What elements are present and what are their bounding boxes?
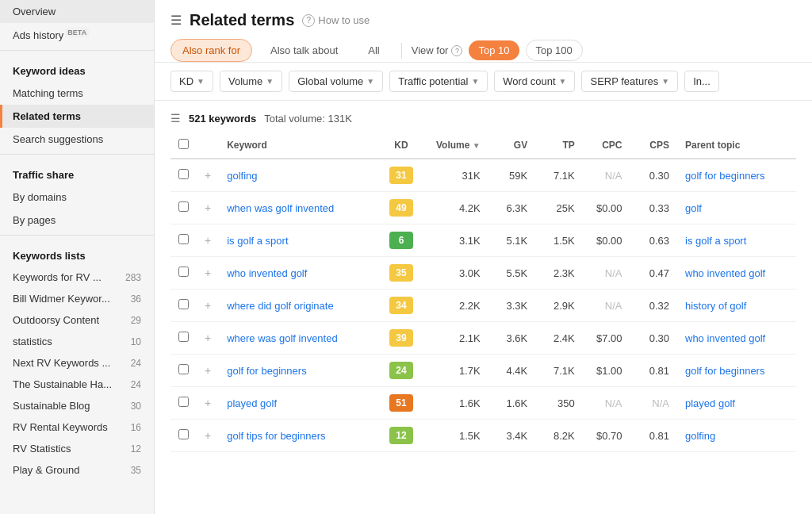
sidebar-kw-list-kw-play-ground[interactable]: Play & Ground35 [0,459,154,481]
keyword-link-4[interactable]: where did golf originate [227,300,333,312]
cpc-value: $1.00 [596,365,622,377]
header: ☰ Related terms ? How to use Also rank f… [155,0,812,63]
sidebar-kw-list-kw-stats[interactable]: statistics10 [0,331,154,352]
keyword-link-6[interactable]: golf for beginners [227,365,306,377]
row-checkbox-4[interactable] [178,299,189,309]
tp-cell-2: 1.5K [535,224,583,257]
sidebar-item-search-suggestions[interactable]: Search suggestions [0,128,154,151]
add-keyword-btn-0[interactable]: + [205,169,211,182]
parent-topic-link-4[interactable]: history of golf [685,300,746,312]
cps-value: 0.33 [649,202,669,214]
tab-also-talk-about[interactable]: Also talk about [259,39,350,62]
parent-topic-link-7[interactable]: played golf [685,397,735,409]
row-checkbox-6[interactable] [178,364,189,374]
add-keyword-btn-4[interactable]: + [205,299,211,312]
tp-chevron-icon: ▼ [471,77,479,86]
kd-badge-2: 6 [389,232,413,249]
parent-topic-link-8[interactable]: golfing [685,430,715,442]
sidebar-kw-list-kw-sustainable-blog[interactable]: Sustainable Blog30 [0,395,154,416]
sidebar-kw-list-label: Outdoorsy Content [13,314,99,326]
volume-chevron-icon: ▼ [266,77,274,86]
gv-filter-btn[interactable]: Global volume ▼ [289,71,383,92]
sidebar-kw-list-kw-bill[interactable]: Bill Widmer Keywor...36 [0,288,154,309]
row-checkbox-1[interactable] [178,201,189,212]
menu-icon[interactable]: ☰ [170,13,182,28]
sidebar-kw-list-kw-rv-stats[interactable]: RV Statistics12 [0,438,154,459]
parent-topic-link-6[interactable]: golf for beginners [685,365,764,377]
sidebar-item-overview[interactable]: Overview [0,0,154,23]
cps-cell-5: 0.30 [630,322,677,355]
beta-badge: BETA [65,28,89,37]
sidebar-item-related-terms[interactable]: Related terms [0,105,154,128]
keyword-link-8[interactable]: golf tips for beginners [227,430,325,442]
parent-topic-link-3[interactable]: who invented golf [685,267,765,279]
help-icon: ? [302,14,315,27]
keyword-link-7[interactable]: played golf [227,397,277,409]
sidebar-item-matching-terms[interactable]: Matching terms [0,82,154,105]
serp-filter-btn[interactable]: SERP features ▼ [581,71,678,92]
select-all-checkbox[interactable] [178,139,189,149]
wc-filter-btn[interactable]: Word count ▼ [494,71,575,92]
sidebar-kw-list-kw-sustainable-ha[interactable]: The Sustainable Ha...24 [0,374,154,395]
in-filter-btn[interactable]: In... [684,71,719,92]
sidebar-kw-list-count: 10 [131,336,141,347]
add-keyword-btn-1[interactable]: + [205,201,211,214]
tab-also-rank-for[interactable]: Also rank for [170,39,252,62]
parent-topic-link-0[interactable]: golf for beginners [685,170,764,182]
row-checkbox-7[interactable] [178,397,189,407]
parent-topic-link-1[interactable]: golf [685,202,702,214]
keyword-link-2[interactable]: is golf a sport [227,235,288,247]
add-keyword-btn-8[interactable]: + [205,429,211,442]
filter-tabs-bar: Also rank for Also talk about All View f… [170,39,796,62]
sidebar-kw-list-label: The Sustainable Ha... [13,378,112,390]
main-content: ☰ Related terms ? How to use Also rank f… [155,0,812,514]
summary-menu-icon[interactable]: ☰ [170,112,181,125]
sidebar-kw-list-kw-rv[interactable]: Keywords for RV ...283 [0,267,154,288]
keyword-link-5[interactable]: where was golf invented [227,332,337,344]
sidebar-item-ads-history[interactable]: Ads historyBETA [0,23,154,47]
row-checkbox-8[interactable] [178,429,189,439]
row-checkbox-0[interactable] [178,169,189,179]
table-row: + is golf a sport 6 3.1K 5.1K 1.5K $0.00… [170,224,796,257]
sidebar-kw-list-kw-next-rv[interactable]: Next RV Keywords ...24 [0,352,154,374]
add-keyword-btn-5[interactable]: + [205,332,211,344]
keyword-link-0[interactable]: golfing [227,170,257,182]
cps-cell-7: N/A [630,387,677,420]
tp-cell-1: 25K [535,192,583,224]
how-to-use-link[interactable]: ? How to use [302,14,370,27]
cps-value: 0.30 [649,332,669,344]
col-header-volume[interactable]: Volume ▼ [425,132,488,159]
add-keyword-btn-6[interactable]: + [205,364,211,377]
sidebar-kw-list-label: Play & Ground [13,464,80,476]
row-checkbox-5[interactable] [178,332,189,342]
tp-cell-7: 350 [535,387,583,420]
add-keyword-btn-2[interactable]: + [205,234,211,247]
add-keyword-btn-7[interactable]: + [205,397,211,409]
sidebar-item-by-pages[interactable]: By pages [0,209,154,232]
sidebar-kw-list-count: 24 [131,358,141,369]
tab-all[interactable]: All [356,39,391,62]
volume-filter-btn[interactable]: Volume ▼ [220,71,282,92]
sidebar-kw-list-count: 283 [125,272,141,283]
keyword-link-3[interactable]: who invented golf [227,267,307,279]
cpc-cell-6: $1.00 [583,355,630,387]
add-keyword-btn-3[interactable]: + [205,267,211,279]
top-100-badge[interactable]: Top 100 [526,40,583,61]
cpc-cell-4: N/A [583,290,630,322]
row-checkbox-3[interactable] [178,267,189,277]
table-area: ☰ 521 keywords Total volume: 131K Keywor… [155,101,812,514]
cps-cell-6: 0.81 [630,355,677,387]
total-volume: Total volume: 131K [264,113,352,125]
tp-filter-btn[interactable]: Traffic potential ▼ [389,71,488,92]
keyword-link-1[interactable]: when was golf invented [227,202,334,214]
row-checkbox-2[interactable] [178,234,189,244]
sidebar-item-by-domains[interactable]: By domains [0,186,154,209]
sidebar-kw-list-kw-rv-rental[interactable]: RV Rental Keywords16 [0,416,154,438]
kd-filter-btn[interactable]: KD ▼ [170,71,213,92]
cps-value: 0.81 [649,430,669,442]
sidebar-kw-list-kw-outdoorsy[interactable]: Outdoorsy Content29 [0,309,154,331]
cpc-cell-5: $7.00 [583,322,630,355]
parent-topic-link-5[interactable]: who invented golf [685,332,765,344]
parent-topic-link-2[interactable]: is golf a sport [685,235,746,247]
top-10-badge[interactable]: Top 10 [469,40,519,60]
